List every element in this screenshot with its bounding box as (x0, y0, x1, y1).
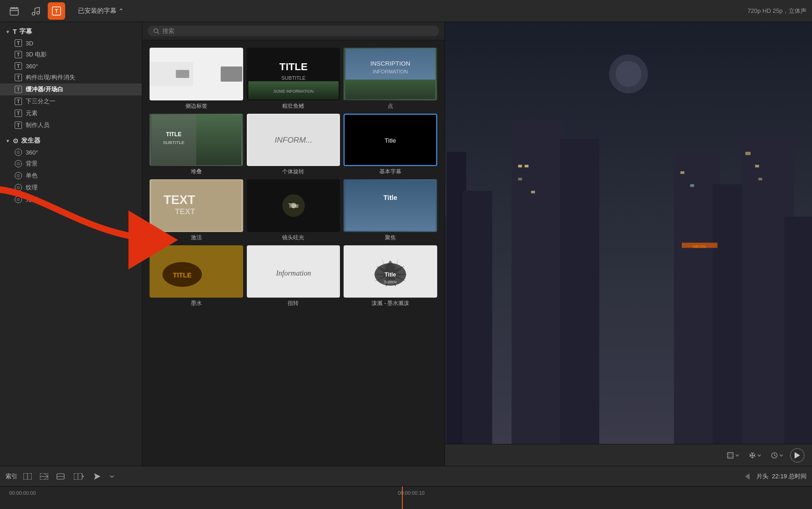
sidebar-item-texture[interactable]: ⊙ 纹理 (0, 182, 142, 194)
svg-rect-69 (518, 178, 522, 181)
sidebar-item-solid[interactable]: ⊙ 单色 (0, 170, 142, 182)
svg-text:TITLE: TITLE (279, 61, 307, 72)
item-icon-buffer: T (15, 86, 22, 93)
resolution-info: 720p HD 25p，立体声 (747, 7, 806, 15)
clapperboard-btn[interactable] (6, 2, 23, 20)
svg-text:NEON: NEON (693, 244, 706, 249)
item-label-solid: 单色 (26, 172, 38, 180)
sidebar-item-3d[interactable]: T 3D (0, 38, 142, 49)
preview-video: NEON (445, 22, 812, 444)
svg-rect-67 (518, 165, 522, 167)
grid-item-splash[interactable]: Title Subtitle 泼溅 - 墨水溅泼 (344, 245, 437, 308)
play-button[interactable] (790, 448, 805, 463)
svg-rect-0 (10, 9, 18, 15)
item-label-texture: 纹理 (26, 183, 38, 192)
item-icon-360-gen: ⊙ (15, 149, 22, 156)
item-label-credits: 制作人员 (26, 121, 50, 129)
preview-controls (445, 444, 812, 466)
index-label: 索引 (6, 472, 17, 481)
grid-item-stack[interactable]: TITLE SUBTITLE 堆叠 (150, 114, 243, 176)
thumb-stack: TITLE SUBTITLE (150, 114, 243, 166)
timeline-view-btn-2[interactable] (38, 470, 50, 483)
item-icon-solid: ⊙ (15, 172, 22, 179)
grid-item-basic-caption[interactable]: Title 基本字幕 (344, 114, 437, 176)
thumb-activate: TEXT TEXT (150, 179, 243, 232)
svg-text:Subtitle: Subtitle (384, 280, 397, 284)
item-label-background: 背景 (26, 160, 38, 168)
label-bold-shark: 粗壮鱼鳍 (247, 102, 340, 110)
item-label-3d-movie: 3D 电影 (26, 50, 47, 59)
label-splash: 泼溅 - 墨水溅泼 (344, 299, 437, 307)
dropdown-chevron: ⌃ (118, 7, 124, 15)
chapter-label: 片头 (756, 472, 768, 481)
grid-item-sidebar-tag[interactable]: 侧边标签 (150, 48, 243, 110)
arrow-tool-dropdown[interactable] (107, 470, 117, 483)
timeline-view-btn-3[interactable] (54, 470, 67, 483)
label-dot: 点 (344, 102, 437, 110)
subtitle-section-header[interactable]: ▼ T 字幕 (0, 26, 142, 38)
sidebar: ▼ T 字幕 T 3D T 3D 电影 T 360° T 构件出现/构件消失 T… (0, 22, 142, 466)
sidebar-item-buffer[interactable]: T 缓冲器/开场白 (0, 83, 142, 95)
svg-text:Information: Information (275, 269, 311, 277)
sidebar-item-element-gen[interactable]: ⊙ 元素 (0, 194, 142, 205)
svg-text:Title: Title (288, 203, 299, 209)
sidebar-item-element[interactable]: T 元素 (0, 107, 142, 119)
transform-control[interactable] (746, 450, 764, 461)
arrow-tool-btn[interactable] (91, 470, 104, 483)
svg-rect-16 (176, 70, 189, 78)
item-icon-texture: ⊙ (15, 184, 22, 191)
svg-rect-65 (784, 217, 812, 444)
grid-item-lens-flare[interactable]: Title 镜头昡光 (247, 179, 340, 242)
thumb-twist: Information (247, 245, 340, 298)
grid-item-twist[interactable]: Information 扭转 (247, 245, 340, 308)
sidebar-item-360-gen[interactable]: ⊙ 360° (0, 147, 142, 158)
grid-item-individual-rotate[interactable]: INFORM... 个体旋转 (247, 114, 340, 176)
svg-rect-42 (345, 180, 436, 231)
grid-item-bold-shark[interactable]: TITLE SUBTITLE SOME INFORMATION (247, 48, 340, 110)
title-btn[interactable]: T (48, 2, 65, 20)
timeline: 00:00:00:00 00:00:00:10 (0, 486, 812, 509)
search-icon (153, 28, 160, 34)
grid-item-dot[interactable]: INSCRIPTION INFORMATION 点 (344, 48, 437, 110)
svg-rect-62 (674, 152, 719, 444)
sidebar-item-credits[interactable]: T 制作人员 (0, 119, 142, 131)
sidebar-item-360[interactable]: T 360° (0, 61, 142, 72)
installed-subtitles-dropdown[interactable]: 已安装的字幕 ⌃ (78, 7, 124, 15)
item-label-element-gen: 元素 (26, 195, 38, 204)
bottom-right: 片头 22:19 总时间 (742, 471, 806, 482)
timeline-view-dropdown[interactable] (71, 470, 87, 483)
sidebar-item-3d-movie[interactable]: T 3D 电影 (0, 49, 142, 61)
music-btn[interactable] (27, 2, 44, 20)
svg-text:Title: Title (384, 194, 397, 201)
playhead-marker[interactable] (402, 487, 403, 509)
crop-control[interactable] (724, 450, 742, 461)
prev-arrow[interactable] (742, 471, 753, 482)
subtitle-section-label: 字幕 (19, 28, 32, 36)
sidebar-item-background[interactable]: ⊙ 背景 (0, 158, 142, 170)
item-icon-3d-movie: T (15, 51, 22, 58)
sidebar-item-build[interactable]: T 构件出现/构件消失 (0, 72, 142, 83)
search-input[interactable] (162, 28, 434, 34)
svg-text:SUBTITLE: SUBTITLE (163, 139, 184, 144)
speed-control[interactable] (768, 450, 786, 461)
generator-section-header[interactable]: ▼ ⊙ 发生器 (0, 135, 142, 147)
svg-marker-99 (94, 473, 100, 480)
svg-rect-59 (463, 191, 492, 444)
sidebar-item-lower-third[interactable]: T 下三分之一 (0, 95, 142, 107)
preview-scene: NEON (445, 22, 812, 444)
search-input-wrap[interactable] (148, 26, 439, 36)
grid-item-focus[interactable]: Title 聚焦 (344, 179, 437, 242)
grid-item-activate[interactable]: TEXT TEXT 激活 (150, 179, 243, 242)
item-label-3d: 3D (26, 40, 33, 47)
svg-line-14 (157, 32, 159, 33)
label-ink: 墨水 (150, 299, 243, 307)
svg-text:SOME INFORMATION: SOME INFORMATION (273, 89, 313, 94)
dropdown-text: 已安装的字幕 (78, 7, 117, 15)
label-focus: 聚焦 (344, 234, 437, 242)
grid-item-ink[interactable]: TITLE 墨水 (150, 245, 243, 308)
preview-panel: NEON (445, 22, 812, 466)
svg-text:Title: Title (385, 271, 396, 278)
item-icon-build: T (15, 74, 22, 81)
timeline-view-btn-1[interactable] (21, 470, 34, 483)
timeline-track[interactable]: 00:00:00:00 00:00:00:10 (0, 487, 812, 509)
